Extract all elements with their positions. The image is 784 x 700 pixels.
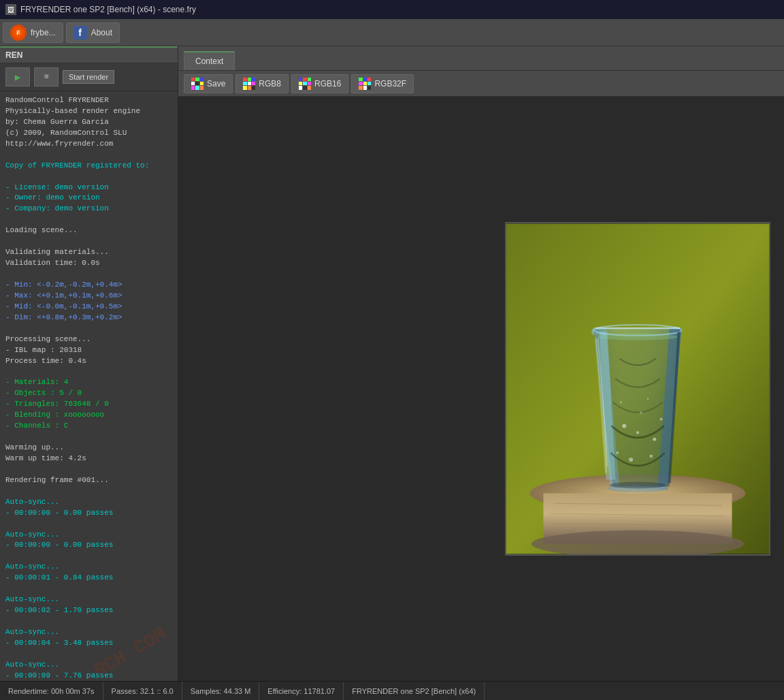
log-line: Auto-sync... bbox=[5, 627, 172, 638]
log-line bbox=[5, 236, 172, 247]
log-line: (c) 2009, RandomControl SLU bbox=[5, 128, 172, 139]
log-line: - Channels : C bbox=[5, 421, 172, 432]
rgb8-button[interactable]: RGB8 bbox=[235, 74, 289, 93]
save-icon bbox=[191, 78, 203, 90]
log-line: Loading scene... bbox=[5, 225, 172, 236]
rgb16-button[interactable]: RGB16 bbox=[291, 74, 348, 93]
log-line: Copy of FRYRENDER registered to: bbox=[5, 161, 172, 172]
passes-label: Passes: 32.1 :: 6.0 bbox=[112, 687, 174, 695]
log-line: - Min: <-0.2m,-0.2m,+0.4m> bbox=[5, 280, 172, 291]
efficiency-segment: Efficiency: 11781.07 bbox=[259, 682, 344, 700]
log-content: RandomControl FRYRENDERPhysically-based … bbox=[5, 95, 172, 681]
main-layout: REN ▶ ■ Start render RandomControl FRYRE… bbox=[0, 46, 784, 681]
log-line bbox=[5, 486, 172, 497]
menu-bar: F frybe... f About bbox=[0, 19, 784, 46]
log-area: RandomControl FRYRENDERPhysically-based … bbox=[0, 91, 178, 681]
version-segment: FRYRENDER one SP2 [Bench] (x64) bbox=[344, 682, 485, 700]
log-line bbox=[5, 323, 172, 334]
toolbar: Save RGB8 RGB16 bbox=[178, 71, 784, 97]
right-panel: Context Save RGB8 bbox=[178, 46, 784, 681]
svg-point-12 bbox=[647, 398, 649, 400]
log-line: - Dim: <+0.8m,+0.3m,+0.2m> bbox=[5, 313, 172, 323]
svg-point-10 bbox=[653, 438, 656, 441]
passes-segment: Passes: 32.1 :: 6.0 bbox=[103, 682, 182, 700]
frybe-button[interactable]: F frybe... bbox=[3, 22, 63, 43]
log-line: - 00:00:09 - 7.76 passes bbox=[5, 671, 172, 681]
log-line: - IBL map : 20318 bbox=[5, 345, 172, 356]
log-line: Physically-based render engine bbox=[5, 106, 172, 117]
log-line: Auto-sync... bbox=[5, 660, 172, 671]
start-render-label: Start render bbox=[63, 70, 114, 84]
controls-row: ▶ ■ Start render bbox=[0, 63, 178, 91]
svg-point-15 bbox=[620, 401, 622, 403]
samples-segment: Samples: 44.33 M bbox=[182, 682, 260, 700]
stop-button[interactable]: ■ bbox=[34, 67, 59, 86]
log-line: - Objects : 5 / 0 bbox=[5, 388, 172, 399]
log-line bbox=[5, 551, 172, 562]
context-tab-bar: Context bbox=[178, 46, 784, 71]
render-image bbox=[505, 222, 770, 556]
log-line: - Max: <+0.1m,+0.1m,+0.6m> bbox=[5, 291, 172, 302]
svg-point-11 bbox=[616, 451, 619, 454]
log-line: Auto-sync... bbox=[5, 530, 172, 541]
log-line bbox=[5, 172, 172, 182]
log-line: - License: demo version bbox=[5, 182, 172, 193]
log-line: - Triangles: 763648 / 0 bbox=[5, 399, 172, 410]
log-line bbox=[5, 214, 172, 225]
log-line bbox=[5, 269, 172, 280]
log-line bbox=[5, 366, 172, 377]
frybe-label: frybe... bbox=[31, 28, 56, 37]
window-title: FRYRENDER one SP2 [Bench] (x64) - scene.… bbox=[20, 5, 196, 14]
rgb32f-button[interactable]: RGB32F bbox=[351, 74, 414, 93]
rendertime-label: Rendertime: 00h 00m 37s bbox=[8, 687, 95, 695]
svg-point-20 bbox=[609, 482, 666, 489]
svg-point-13 bbox=[629, 458, 633, 462]
samples-label: Samples: 44.33 M bbox=[191, 687, 251, 695]
log-line: - Blending : xoooooooo bbox=[5, 410, 172, 421]
context-tab[interactable]: Context bbox=[184, 51, 235, 70]
log-line: Process time: 0.4s bbox=[5, 356, 172, 367]
log-line bbox=[5, 584, 172, 594]
title-bar: 🖼 FRYRENDER one SP2 [Bench] (x64) - scen… bbox=[0, 0, 784, 19]
log-line bbox=[5, 519, 172, 530]
log-line: - 00:00:02 - 1.70 passes bbox=[5, 605, 172, 616]
rgb8-icon bbox=[243, 78, 255, 90]
log-line: Warming up... bbox=[5, 443, 172, 454]
log-line: http://www.fryrender.com bbox=[5, 139, 172, 150]
version-label: FRYRENDER one SP2 [Bench] (x64) bbox=[352, 687, 476, 695]
play-button[interactable]: ▶ bbox=[5, 67, 30, 86]
log-line: - 00:00:04 - 3.48 passes bbox=[5, 638, 172, 649]
facebook-icon: f bbox=[74, 26, 87, 39]
log-line: - Materials: 4 bbox=[5, 377, 172, 388]
log-line: Auto-sync... bbox=[5, 562, 172, 573]
ren-tab[interactable]: REN bbox=[0, 46, 178, 63]
log-line bbox=[5, 649, 172, 660]
svg-point-8 bbox=[622, 424, 626, 428]
log-line: Warm up time: 4.2s bbox=[5, 454, 172, 464]
svg-point-22 bbox=[598, 334, 679, 340]
log-line bbox=[5, 464, 172, 475]
about-button[interactable]: f About bbox=[66, 22, 120, 43]
log-line: - 00:00:00 - 0.00 passes bbox=[5, 508, 172, 519]
log-line bbox=[5, 616, 172, 627]
log-line: - Owner: demo version bbox=[5, 193, 172, 204]
save-button[interactable]: Save bbox=[184, 74, 233, 93]
svg-point-17 bbox=[636, 431, 639, 434]
window-icon: 🖼 bbox=[5, 4, 16, 15]
rendertime-segment: Rendertime: 00h 00m 37s bbox=[0, 682, 103, 700]
efficiency-label: Efficiency: 11781.07 bbox=[267, 687, 335, 695]
left-panel: REN ▶ ■ Start render RandomControl FRYRE… bbox=[0, 46, 178, 681]
log-line: Auto-sync... bbox=[5, 594, 172, 605]
render-viewport bbox=[178, 97, 784, 681]
rgb16-icon bbox=[299, 78, 311, 90]
log-line: Rendering frame #001... bbox=[5, 475, 172, 486]
frye-icon: F bbox=[10, 25, 27, 41]
rgb32f-icon bbox=[359, 78, 371, 90]
log-line: - 00:00:01 - 0.84 passes bbox=[5, 573, 172, 584]
log-line: Auto-sync... bbox=[5, 497, 172, 508]
about-label: About bbox=[91, 28, 112, 37]
log-line bbox=[5, 432, 172, 443]
log-line: by: Chema Guerra Garcia bbox=[5, 117, 172, 128]
log-line bbox=[5, 150, 172, 161]
status-bar: Rendertime: 00h 00m 37s Passes: 32.1 :: … bbox=[0, 681, 784, 700]
